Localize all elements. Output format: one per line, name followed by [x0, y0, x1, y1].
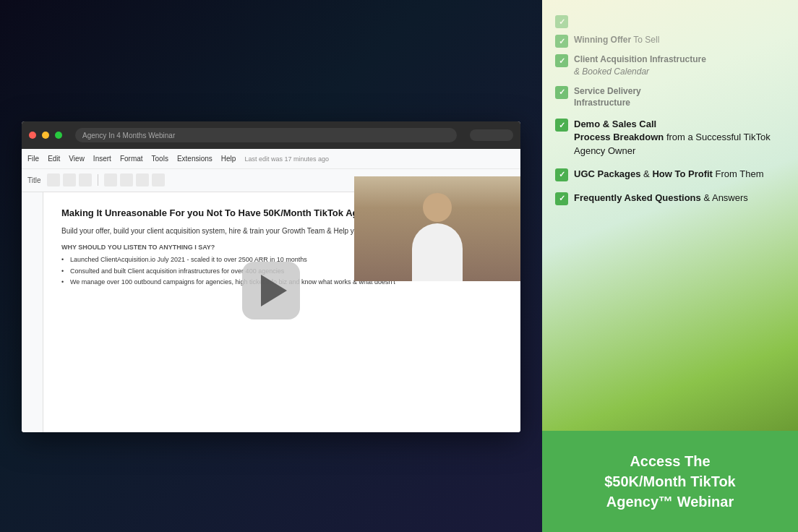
gdocs-tool-4[interactable] — [104, 173, 117, 186]
play-triangle-icon — [261, 275, 287, 306]
gdocs-tool-7[interactable] — [152, 173, 165, 186]
checklist-item-2: Winning Offer To Sell — [555, 34, 785, 48]
presenter-figure — [412, 193, 463, 281]
check-text-7: Frequently Asked Questions & Answers — [574, 192, 748, 205]
gdocs-tool-5[interactable] — [120, 173, 133, 186]
cta-text: Access The $50K/Month TikTok Agency™ Web… — [544, 451, 797, 512]
gdocs-format-menu[interactable]: Format — [120, 155, 143, 163]
browser-minimize-dot — [42, 132, 49, 139]
gdocs-tool-2[interactable] — [63, 173, 76, 186]
check-icon-4 — [555, 86, 568, 99]
check-icon-7 — [555, 192, 568, 205]
check-icon-6 — [555, 168, 568, 181]
gdocs-sidebar — [22, 192, 43, 432]
check-text-3: Client Acquisition Infrastructure & Book… — [574, 53, 706, 78]
gdocs-tools-menu[interactable]: Tools — [152, 155, 168, 163]
presenter-head — [423, 193, 452, 222]
browser-url-text: Agency In 4 Months Webinar — [82, 132, 175, 140]
browser-close-dot — [29, 132, 36, 139]
gdocs-tool-6[interactable] — [136, 173, 149, 186]
gdocs-file-menu[interactable]: File — [27, 155, 39, 163]
gdocs-tool-3[interactable] — [79, 173, 92, 186]
checklist-item-7: Frequently Asked Questions & Answers — [555, 192, 785, 205]
gdocs-tool-1[interactable] — [47, 173, 60, 186]
check-text-6: UGC Packages & How To Profit From Them — [574, 168, 764, 181]
check-icon-5 — [555, 119, 568, 132]
gdocs-view-menu[interactable]: View — [69, 155, 85, 163]
browser-bar: Agency In 4 Months Webinar — [22, 121, 520, 149]
browser-url-bar: Agency In 4 Months Webinar — [75, 128, 457, 142]
checklist-item-4: Service DeliveryInfrastructure — [555, 85, 785, 110]
check-icon-1 — [555, 15, 568, 28]
gdocs-menu-bar: File Edit View Insert Format Tools Exten… — [22, 149, 520, 169]
check-text-2: Winning Offer To Sell — [574, 34, 659, 46]
left-panel: Agency In 4 Months Webinar File Edit Vie… — [0, 0, 542, 532]
checklist-item-6: UGC Packages & How To Profit From Them — [555, 168, 785, 181]
check-text-4: Service DeliveryInfrastructure — [574, 85, 641, 110]
check-icon-2 — [555, 35, 568, 48]
checklist-item-5: Demo & Sales CallProcess Breakdown from … — [555, 118, 785, 158]
play-button[interactable] — [242, 262, 300, 319]
presenter-body — [412, 223, 463, 281]
checklist-item-3: Client Acquisition Infrastructure & Book… — [555, 53, 785, 78]
browser-controls — [470, 129, 513, 141]
gdocs-insert-menu[interactable]: Insert — [93, 155, 111, 163]
right-panel: Winning Offer To Sell Client Acquisition… — [542, 0, 798, 532]
cta-button[interactable]: Access The $50K/Month TikTok Agency™ Web… — [542, 431, 798, 532]
gdocs-help-menu[interactable]: Help — [221, 155, 236, 163]
gdocs-last-edit: Last edit was 17 minutes ago — [244, 155, 329, 163]
check-icon-3 — [555, 54, 568, 67]
video-content: File Edit View Insert Format Tools Exten… — [22, 149, 520, 432]
checklist-item-1 — [555, 14, 785, 28]
gdocs-extensions-menu[interactable]: Extensions — [177, 155, 213, 163]
gdocs-edit-menu[interactable]: Edit — [48, 155, 60, 163]
main-container: Agency In 4 Months Webinar File Edit Vie… — [0, 0, 798, 532]
browser-maximize-dot — [55, 132, 62, 139]
check-text-5: Demo & Sales CallProcess Breakdown from … — [574, 118, 785, 158]
video-wrapper: Agency In 4 Months Webinar File Edit Vie… — [22, 121, 520, 432]
presenter-area — [354, 176, 520, 281]
